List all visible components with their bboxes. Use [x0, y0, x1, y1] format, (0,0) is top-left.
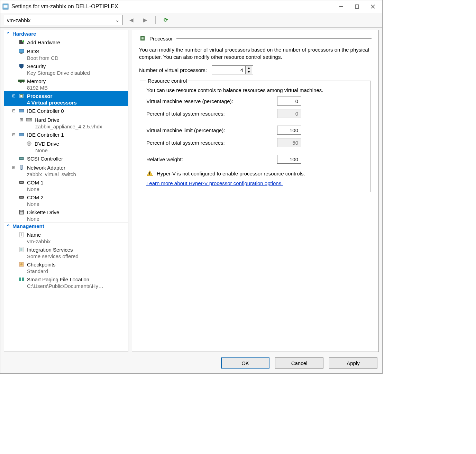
nav-label: Checkpoints [27, 262, 56, 267]
svg-point-35 [20, 197, 21, 198]
hardware-icon [18, 39, 25, 45]
nav-label: Network Adapter [27, 165, 65, 171]
nav-label: Add Hardware [27, 39, 60, 45]
nav-forward-button[interactable]: ▶ [140, 15, 150, 25]
svg-rect-17 [21, 82, 22, 83]
nav-diskette[interactable]: Diskette Drive None [4, 207, 128, 222]
help-link[interactable]: Learn more about Hyper-V processor confi… [146, 180, 283, 186]
nav-memory[interactable]: Memory 8192 MB [4, 76, 128, 91]
cancel-button[interactable]: Cancel [275, 357, 323, 369]
section-management[interactable]: ⌃ Management [4, 222, 128, 230]
apply-button[interactable]: Apply [329, 357, 377, 369]
serial-icon [18, 195, 25, 199]
nav-scsi[interactable]: SCSI Controller [4, 154, 128, 163]
spinner-up-button[interactable]: ▲ [246, 66, 252, 70]
svg-rect-22 [26, 118, 32, 121]
nav-smartpaging[interactable]: Smart Paging File Location C:\Users\Publ… [4, 274, 128, 289]
nav-add-hardware[interactable]: Add Hardware [4, 37, 128, 46]
nav-sub: 4 Virtual processors [6, 100, 128, 106]
monitor-icon [18, 48, 25, 54]
close-button[interactable] [365, 1, 381, 12]
warning-row: Hyper-V is not configured to enable proc… [146, 170, 364, 177]
nav-label: IDE Controller 0 [27, 108, 64, 114]
svg-rect-2 [3, 6, 7, 7]
services-icon [18, 247, 25, 252]
svg-rect-29 [21, 169, 22, 170]
spinner-down-button[interactable]: ▼ [246, 70, 252, 74]
collapse-icon: ⌃ [6, 224, 10, 229]
settings-window: Settings for vm-zabbix on DELL-OPTIPLEX … [0, 0, 383, 374]
controller-icon [18, 132, 25, 137]
window-icon [2, 3, 9, 10]
svg-point-31 [20, 182, 21, 183]
svg-rect-3 [3, 7, 7, 8]
nav-label: Name [27, 232, 41, 238]
svg-rect-28 [20, 165, 23, 169]
nav-checkpoints[interactable]: Checkpoints Standard [4, 260, 128, 274]
section-hardware[interactable]: ⌃ Hardware [4, 30, 128, 37]
panel-description: You can modify the number of virtual pro… [139, 46, 372, 61]
controller-icon [18, 108, 25, 113]
serial-icon [18, 180, 25, 184]
collapse-icon: ⌃ [6, 31, 10, 37]
svg-rect-24 [19, 133, 24, 136]
toolbar: vm-zabbix ⌄ ◀ ▶ ⟳ [0, 13, 382, 28]
vm-limit-input[interactable] [277, 126, 301, 135]
svg-rect-18 [23, 82, 24, 83]
nav-sub: vm-zabbix [6, 238, 128, 244]
num-processors-spinner[interactable]: ▲ ▼ [212, 65, 253, 74]
maximize-button[interactable] [349, 1, 365, 12]
shield-icon [18, 63, 25, 69]
reserve-percent-row: Percent of total system resources: [146, 109, 364, 118]
num-processors-input[interactable] [212, 66, 245, 74]
nav-integration[interactable]: Integration Services Some services offer… [4, 245, 128, 260]
relative-weight-input[interactable] [277, 155, 301, 164]
svg-rect-16 [20, 82, 21, 83]
svg-rect-5 [355, 5, 359, 8]
nav-security[interactable]: Security Key Storage Drive disabled [4, 61, 128, 76]
nav-com2[interactable]: COM 2 None [4, 192, 128, 207]
nav-tree-scroll[interactable]: ⌃ Hardware Add Hardware BIOS Boot from [4, 30, 128, 352]
memory-icon [18, 79, 25, 83]
vm-selector-combo[interactable]: vm-zabbix ⌄ [4, 15, 123, 25]
nav-ide0[interactable]: ⊟ IDE Controller 0 [4, 106, 128, 115]
checkpoint-icon [18, 262, 25, 267]
nav-label: Hard Drive [35, 117, 60, 123]
nav-ide1[interactable]: ⊟ IDE Controller 1 [4, 130, 128, 139]
nav-label: COM 2 [27, 194, 44, 200]
svg-rect-15 [19, 82, 19, 83]
nav-bios[interactable]: BIOS Boot from CD [4, 46, 128, 61]
vm-limit-row: Virtual machine limit (percentage): [146, 126, 364, 135]
svg-point-32 [21, 182, 22, 183]
content-area: ⌃ Hardware Add Hardware BIOS Boot from [0, 28, 382, 354]
minimize-button[interactable] [333, 1, 349, 12]
hdd-icon [26, 118, 33, 122]
nav-com1[interactable]: COM 1 None [4, 178, 128, 192]
vm-reserve-input[interactable] [277, 97, 301, 106]
svg-point-33 [22, 182, 23, 183]
vm-reserve-row: Virtual machine reserve (percentage): [146, 97, 364, 106]
scsi-icon [18, 156, 25, 161]
nav-tree: ⌃ Hardware Add Hardware BIOS Boot from [4, 30, 128, 352]
nav-sub: None [6, 216, 128, 222]
nav-harddrive[interactable]: ⊞ Hard Drive zabbix_appliance_4.2.5.vhdx [4, 115, 128, 130]
nav-back-button[interactable]: ◀ [126, 15, 137, 25]
nav-network[interactable]: ⊞ Network Adapter zabbix_virtual_switch [4, 163, 128, 178]
resource-control-hint: You can use resource controls to balance… [146, 87, 364, 93]
nav-processor[interactable]: ⊞ Processor 4 Virtual processors [4, 91, 128, 106]
section-hardware-label: Hardware [12, 31, 36, 37]
nav-name[interactable]: Name vm-zabbix [4, 230, 128, 245]
svg-rect-46 [19, 278, 21, 281]
dialog-footer: OK Cancel Apply [0, 354, 382, 373]
disc-icon [26, 141, 33, 146]
nav-dvd[interactable]: DVD Drive None [4, 139, 128, 154]
limit-percent-row: Percent of total system resources: [146, 138, 364, 147]
nav-sub: Some services offered [6, 253, 128, 259]
nav-sub: 8192 MB [6, 85, 128, 91]
refresh-button[interactable]: ⟳ [161, 15, 171, 25]
cpu-icon [139, 35, 146, 42]
vm-reserve-label: Virtual machine reserve (percentage): [146, 98, 271, 104]
ok-button[interactable]: OK [221, 357, 269, 369]
nav-label: Diskette Drive [27, 209, 59, 215]
nav-sub: None [6, 186, 128, 192]
